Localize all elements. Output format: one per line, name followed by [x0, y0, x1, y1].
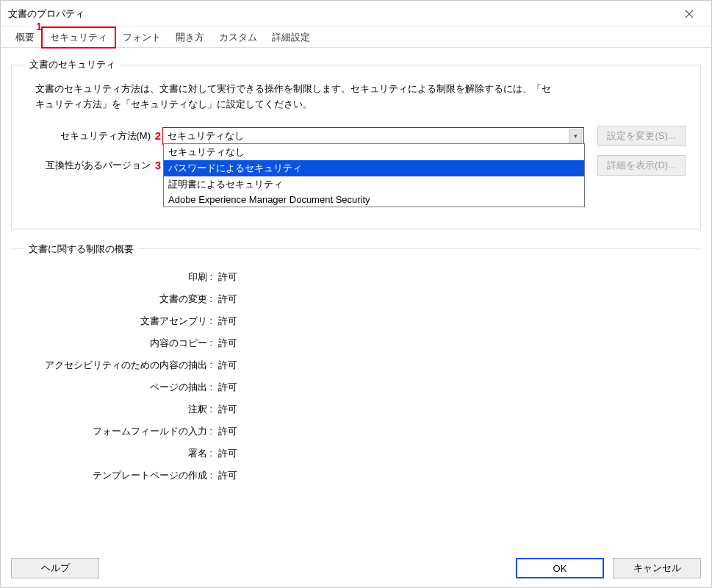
- perm-comments: 注釈 :許可: [24, 403, 688, 416]
- tab-bar: 1 概要 セキュリティ フォント 開き方 カスタム 詳細設定: [1, 27, 711, 48]
- security-legend: 文書のセキュリティ: [25, 58, 120, 71]
- option-no-security[interactable]: セキュリティなし: [164, 144, 584, 160]
- security-method-label: セキュリティ方法(M): [25, 129, 154, 143]
- option-certificate-security[interactable]: 証明書によるセキュリティ: [164, 176, 584, 193]
- security-method-dropdown: セキュリティなし パスワードによるセキュリティ 証明書によるセキュリティ Ado…: [163, 143, 585, 207]
- perm-accessibility: アクセシビリティのための内容の抽出 :許可: [24, 359, 688, 372]
- chevron-down-icon: ▾: [569, 129, 582, 143]
- security-description: 文書のセキュリティ方法は、文書に対して実行できる操作を制限します。セキュリティに…: [25, 82, 687, 112]
- permissions-legend: 文書に関する制限の概要: [24, 243, 138, 256]
- perm-copy: 内容のコピー :許可: [24, 337, 688, 350]
- annotation-2: 2: [154, 129, 162, 142]
- security-group: 文書のセキュリティ 文書のセキュリティ方法は、文書に対して実行できる操作を制限し…: [11, 58, 701, 229]
- close-icon: [685, 10, 694, 18]
- security-method-row: セキュリティ方法(M) 2 セキュリティなし ▾ 設定を変更(S)... セキュ…: [25, 126, 687, 146]
- perm-assembly: 文書アセンブリ :許可: [24, 315, 688, 328]
- help-button[interactable]: ヘルプ: [11, 558, 99, 578]
- tab-security[interactable]: セキュリティ: [42, 27, 115, 48]
- perm-form-fill: フォームフィールドの入力 :許可: [24, 425, 688, 438]
- compatibility-label: 互換性があるバージョン: [25, 159, 154, 172]
- cancel-button[interactable]: キャンセル: [613, 558, 701, 578]
- tab-advanced[interactable]: 詳細設定: [265, 28, 317, 47]
- perm-template: テンプレートページの作成 :許可: [24, 469, 688, 482]
- perm-sign: 署名 :許可: [24, 447, 688, 460]
- option-password-security[interactable]: パスワードによるセキュリティ: [164, 160, 584, 176]
- tab-initial-view[interactable]: 開き方: [168, 28, 212, 47]
- change-settings-button[interactable]: 設定を変更(S)...: [597, 126, 686, 146]
- close-button[interactable]: [675, 1, 704, 26]
- tab-fonts[interactable]: フォント: [115, 28, 168, 47]
- option-aem-security[interactable]: Adobe Experience Manager Document Securi…: [164, 193, 584, 207]
- security-method-selected: セキュリティなし: [168, 129, 244, 143]
- tab-custom[interactable]: カスタム: [212, 28, 265, 47]
- titlebar: 文書のプロパティ: [1, 1, 711, 27]
- perm-page-extract: ページの抽出 :許可: [24, 381, 688, 394]
- perm-change: 文書の変更 :許可: [24, 293, 688, 306]
- tab-content: 文書のセキュリティ 文書のセキュリティ方法は、文書に対して実行できる操作を制限し…: [1, 48, 711, 549]
- permissions-group: 文書に関する制限の概要 印刷 :許可 文書の変更 :許可 文書アセンブリ :許可…: [11, 243, 701, 491]
- window-title: 文書のプロパティ: [8, 7, 675, 21]
- document-properties-dialog: 文書のプロパティ 1 概要 セキュリティ フォント 開き方 カスタム 詳細設定 …: [0, 0, 712, 588]
- perm-print: 印刷 :許可: [24, 270, 688, 284]
- show-details-button[interactable]: 詳細を表示(D)...: [597, 155, 686, 176]
- security-method-combobox[interactable]: セキュリティなし ▾: [162, 127, 584, 145]
- ok-button[interactable]: OK: [516, 558, 604, 578]
- annotation-3: 3: [154, 159, 162, 171]
- dialog-footer: ヘルプ OK キャンセル: [1, 549, 711, 587]
